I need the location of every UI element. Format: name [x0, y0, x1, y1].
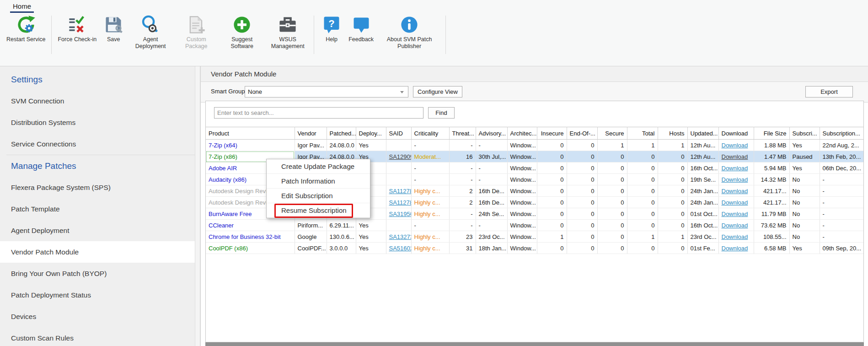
product-link[interactable]: Adobe AIR [209, 165, 237, 172]
column-header-vendor[interactable]: Vendor [295, 127, 327, 140]
download-link[interactable]: Download [722, 233, 748, 240]
architecture-cell: Window... [507, 140, 537, 151]
table-row[interactable]: CoolPDF (x86)CoolPDF...3.0.0.0YesSA51602… [206, 243, 864, 254]
sidebar-item-vendor-patch-module[interactable]: Vendor Patch Module [0, 241, 195, 263]
sidebar-item-flexera-package-system-sps[interactable]: Flexera Package System (SPS) [0, 177, 195, 198]
ribbon-button-label: Custom Package [176, 36, 216, 50]
hosts-cell: 0 [658, 208, 687, 220]
column-header-file-size[interactable]: File Size [754, 127, 789, 140]
subscription-cell: 13th Feb, 20... [820, 151, 864, 162]
save-button[interactable]: Save [102, 15, 125, 43]
table-row[interactable]: Chrome for Business 32-bitGoogle130.0.6.… [206, 231, 864, 243]
column-header-said[interactable]: SAID [386, 127, 411, 140]
column-header-updated[interactable]: Updated... [687, 127, 718, 140]
column-header-criticality[interactable]: Criticality [411, 127, 449, 140]
product-link[interactable]: Autodesk Design Revie... [209, 188, 275, 195]
threat-cell: 2 [449, 185, 476, 197]
product-link[interactable]: 7-Zip (x86) [209, 153, 237, 160]
said-link[interactable]: SA129090 [389, 153, 412, 160]
about-svm-patch-publisher-button[interactable]: About SVM Patch Publisher [379, 15, 439, 50]
agent-deployment-button[interactable]: Agent Deployment [130, 15, 171, 50]
menu-item-resume-subscription[interactable]: Resume Subscription [267, 203, 370, 218]
menu-item-create-update-package[interactable]: Create Update Package [267, 159, 370, 174]
download-link[interactable]: Download [722, 153, 748, 160]
sidebar-item-devices[interactable]: Devices [0, 306, 195, 327]
export-button[interactable]: Export [805, 86, 853, 97]
said-link[interactable]: SA132733 [389, 233, 412, 240]
column-header-product[interactable]: Product [206, 127, 295, 140]
updated-cell: 01st Fe... [687, 243, 718, 254]
download-link[interactable]: Download [722, 245, 748, 252]
product-link[interactable]: BurnAware Free [209, 211, 252, 217]
find-button[interactable]: Find [428, 107, 455, 119]
column-header-total[interactable]: Total [627, 127, 658, 140]
download-link[interactable]: Download [722, 188, 748, 195]
sidebar-item-custom-scan-rules[interactable]: Custom Scan Rules [0, 327, 195, 346]
threat-cell: 23 [449, 231, 476, 243]
table-row[interactable]: CCleanerPiriform...6.29.11...Yes---Windo… [206, 220, 864, 231]
menu-item-patch-information[interactable]: Patch Information [267, 174, 370, 189]
download-link[interactable]: Download [722, 211, 748, 217]
column-header-download[interactable]: Download [718, 127, 754, 140]
column-header-secure[interactable]: Secure [597, 127, 627, 140]
sidebar-item-bring-your-own-patch-byop[interactable]: Bring Your Own Patch (BYOP) [0, 263, 195, 284]
criticality-value: Highly c... [414, 188, 440, 195]
search-input[interactable] [214, 107, 423, 119]
menu-item-edit-subscription[interactable]: Edit Subscription [267, 189, 370, 203]
insecure-cell: 0 [537, 151, 567, 162]
force-check-in-button[interactable]: Force Check-in [58, 15, 96, 43]
sidebar-item-patch-template[interactable]: Patch Template [0, 198, 195, 220]
product-link[interactable]: Chrome for Business 32-bit [209, 233, 281, 240]
column-header-insecure[interactable]: Insecure [537, 127, 567, 140]
table-row[interactable]: 7-Zip (x64)Igor Pav...24.08.0.0Yes---Win… [206, 140, 864, 151]
criticality-cell: Highly c... [411, 208, 449, 220]
product-link[interactable]: 7-Zip (x64) [209, 142, 237, 149]
sidebar-item-svm-connection[interactable]: SVM Connection [0, 90, 195, 112]
download-link[interactable]: Download [722, 222, 748, 229]
said-link[interactable]: SA51602 [389, 245, 412, 252]
configure-view-button[interactable]: Configure View [413, 86, 462, 97]
column-header-threat[interactable]: Threat... [449, 127, 476, 140]
threat-cell: - [449, 162, 476, 174]
patched-cell: 6.29.11... [327, 220, 356, 231]
suggest-software-button[interactable]: Suggest Software [222, 15, 262, 50]
said-link[interactable]: SA112780 [389, 199, 412, 206]
product-link[interactable]: Audacity (x86) [209, 176, 246, 183]
said-cell [386, 140, 411, 151]
column-header-subscription[interactable]: Subscription... [820, 127, 864, 140]
help-button[interactable]: ?Help [320, 15, 343, 43]
advisory-cell: 16th De... [476, 185, 507, 197]
said-link[interactable]: SA112780 [389, 188, 412, 195]
product-link[interactable]: CCleaner [209, 222, 234, 229]
download-link[interactable]: Download [722, 142, 748, 149]
custom-package-button: Custom Package [176, 15, 216, 50]
ribbon-button-label: Feedback [348, 36, 374, 43]
sidebar-item-service-connections[interactable]: Service Connections [0, 133, 195, 155]
feedback-button[interactable]: Feedback [348, 15, 374, 43]
said-link[interactable]: SA31950 [389, 211, 412, 217]
horizontal-scrollbar[interactable] [205, 342, 864, 346]
sidebar-item-agent-deployment[interactable]: Agent Deployment [0, 220, 195, 241]
column-header-architec[interactable]: Architec... [507, 127, 537, 140]
download-link[interactable]: Download [722, 176, 748, 183]
updated-cell: 12th Au... [687, 140, 718, 151]
download-link[interactable]: Download [722, 165, 748, 172]
sidebar-item-distribution-systems[interactable]: Distribution Systems [0, 112, 195, 133]
hosts-cell: 0 [658, 185, 687, 197]
download-link[interactable]: Download [722, 199, 748, 206]
column-header-patched[interactable]: Patched... [327, 127, 356, 140]
sidebar-scrollbar[interactable] [195, 66, 200, 346]
column-header-deploy[interactable]: Deploy... [356, 127, 386, 140]
restart-service-button[interactable]: Restart Service [6, 15, 45, 43]
product-link[interactable]: Autodesk Design Revie... [209, 199, 275, 206]
smart-groups-dropdown[interactable]: None [245, 86, 408, 97]
tab-home[interactable]: Home [10, 2, 34, 13]
subscription-cell: 22nd Aug, 2... [820, 140, 864, 151]
sidebar-item-patch-deployment-status[interactable]: Patch Deployment Status [0, 284, 195, 306]
wsus-management-button[interactable]: WSUS Management [268, 15, 308, 50]
product-link[interactable]: CoolPDF (x86) [209, 245, 248, 252]
column-header-end-of[interactable]: End-Of-... [567, 127, 597, 140]
column-header-hosts[interactable]: Hosts [658, 127, 687, 140]
column-header-advisory[interactable]: Advisory... [476, 127, 507, 140]
column-header-subscri[interactable]: Subscri... [789, 127, 820, 140]
